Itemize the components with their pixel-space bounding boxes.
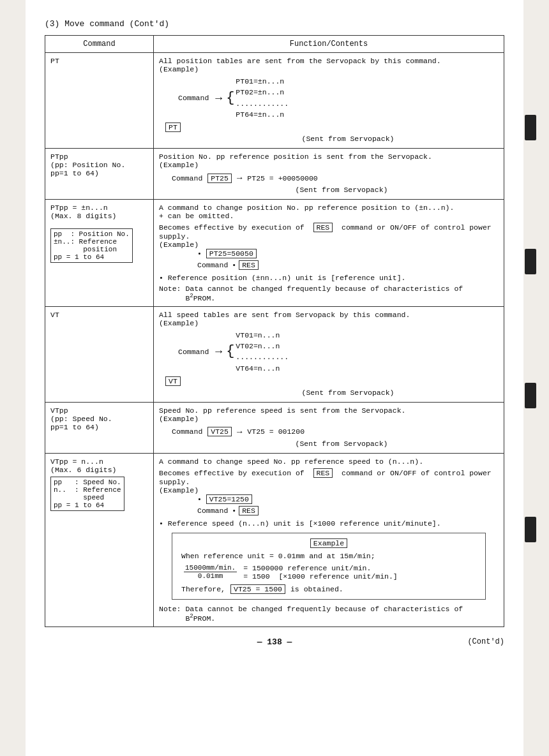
vtpp-frac-results: = 1500000 reference unit/min. = 1500 [×1… [243, 564, 398, 581]
vtpp-therefore-row: Therefore, VT25 = 1500 is obtained. [181, 584, 476, 594]
col-header-command: Command [45, 36, 154, 53]
ptpp-diagram: Command PT25 → PT25 = +00050000 [172, 173, 499, 183]
vt-cmd-word: Command [178, 348, 209, 356]
func-cell-PT: All position tables are sent from the Se… [154, 53, 504, 149]
vtpp-res-box: RES [313, 468, 333, 478]
vtpp-example-line1: When reference unit = 0.01mm and at 15m/… [181, 552, 476, 560]
page-number: — 138 — [198, 637, 351, 647]
col-header-function: Function/Contents [154, 36, 504, 53]
table-row: VT All speed tables are sent from Servop… [45, 306, 504, 402]
cmd-cell-PTpp-assign: PTpp = ±n...n (Max. 8 digits) pp : Posit… [45, 200, 154, 307]
pt-sent: (Sent from Servopack) [197, 135, 499, 143]
pt-example-label: (Example) [159, 65, 499, 73]
vt-description: All speed tables are sent from Servopack… [159, 311, 499, 319]
table-row: PTpp = ±n...n (Max. 8 digits) pp : Posit… [45, 200, 504, 307]
page-title: (3) Move command (Cont'd) [45, 19, 504, 29]
cmd-cell-VTpp: VTpp (pp: Speed No. pp=1 to 64) [45, 402, 154, 453]
ptpp-res-box: RES [313, 223, 333, 232]
cmd-cell-PT: PT [45, 53, 154, 149]
vtpp-example-box: Example When reference unit = 0.01mm and… [172, 533, 486, 600]
vt-brace-left: { [226, 345, 234, 359]
pt-outputs: PT01=±n...n PT02=±n...n ............ PT6… [236, 76, 289, 120]
ptpp-example-label: (Example) [159, 161, 499, 169]
vtpp-assign-example-label: (Example) [159, 486, 499, 494]
ptpp-assign-desc1: A command to change position No. pp refe… [159, 204, 499, 212]
vtpp-bullet2-box: RES [239, 506, 259, 515]
footer-cont: (Cont'd) [351, 637, 504, 646]
vt-outputs: VT01=n...n VT02=n...n ............ VT64=… [236, 330, 289, 374]
cmd-cell-VTpp-assign: VTpp = n...n (Max. 6 digits) pp : Speed … [45, 453, 154, 626]
vtpp-note1: • Reference speed (n...n) unit is [×1000… [159, 519, 499, 528]
table-row: VTpp = n...n (Max. 6 digits) pp : Speed … [45, 453, 504, 626]
cmd-cell-VT: VT [45, 306, 154, 402]
cmd-cell-PTpp: PTpp (pp: Position No. pp=1 to 64) [45, 149, 154, 200]
ptpp-assign-example: • PT25=50050 Command • RES [197, 249, 499, 270]
table-row: VTpp (pp: Speed No. pp=1 to 64) Speed No… [45, 402, 504, 453]
vtpp-assign-desc1: A command to change speed No. pp referen… [159, 457, 499, 466]
vtpp-example-label: (Example) [159, 415, 499, 423]
ptpp-sent: (Sent from Servopack) [184, 186, 499, 194]
ptpp-assign-desc2: + can be omitted. [159, 212, 499, 220]
vt-box: VT [165, 376, 181, 386]
page-footer: — 138 — (Cont'd) [45, 637, 504, 647]
vtpp-diagram: Command VT25 → VT25 = 001200 [172, 427, 499, 437]
vtpp-arrow: → [237, 427, 242, 437]
pt-arrow: → [215, 92, 222, 105]
ptpp-assign-example-label: (Example) [159, 241, 499, 249]
main-table: Command Function/Contents PT All positio… [45, 35, 504, 627]
vtpp-result-box: VT25 = 1500 [230, 584, 285, 594]
vtpp-result: VT25 = 001200 [247, 427, 305, 436]
vtpp-sent: (Sent from Servopack) [184, 440, 499, 448]
vtpp-fraction: 15000mm/min. 0.01mm [184, 564, 237, 580]
ptpp-bullet1-box: PT25=50050 [206, 249, 257, 258]
table-row: PT All position tables are sent from the… [45, 53, 504, 149]
ptpp-result: PT25 = +00050000 [247, 174, 317, 182]
pt-box: PT [165, 122, 181, 132]
pt-description: All position tables are sent from the Se… [159, 57, 499, 65]
vtpp-bullet1-box: VT25=1250 [206, 494, 252, 504]
ptpp-arrow: → [237, 173, 242, 183]
func-cell-PTpp: Position No. pp reference position is se… [154, 149, 504, 200]
func-cell-VT: All speed tables are sent from Servopack… [154, 306, 504, 402]
ptpp-bullet2-box: RES [239, 260, 259, 270]
pt-brace-left: { [226, 91, 234, 105]
func-cell-PTpp-assign: A command to change position No. pp refe… [154, 200, 504, 307]
ptpp-cmd-box: PT25 [207, 174, 232, 183]
ptpp-note2: Note: Data cannot be changed frequently … [159, 285, 499, 302]
vtpp-example-box-title: Example [181, 538, 476, 548]
ptpp-assign-effective: Becomes effective by execution of RES co… [159, 223, 499, 241]
pt-cmd-word: Command [178, 94, 209, 102]
vtpp-fraction-row: 15000mm/min. 0.01mm = 1500000 reference … [181, 564, 476, 581]
ptpp-description: Position No. pp reference position is se… [159, 152, 499, 161]
vt-sent: (Sent from Servopack) [197, 389, 499, 397]
ptpp-note1: • Reference position (±nn...n) unit is [… [159, 274, 499, 282]
vt-example-label: (Example) [159, 319, 499, 327]
vtpp-assign-example: • VT25=1250 Command • RES [197, 494, 499, 515]
vtpp-note2: Note: Data cannot be changed frequently … [159, 605, 499, 623]
table-row: PTpp (pp: Position No. pp=1 to 64) Posit… [45, 149, 504, 200]
ptpp-cmd-word: Command [172, 174, 202, 182]
vtpp-assign-effective: Becomes effective by execution of RES co… [159, 468, 499, 486]
vtpp-description: Speed No. pp reference speed is sent fro… [159, 406, 499, 415]
vtpp-cmd-box: VT25 [207, 427, 232, 436]
vt-arrow: → [215, 345, 222, 358]
func-cell-VTpp-assign: A command to change speed No. pp referen… [154, 453, 504, 626]
vtpp-cmd-word: Command [172, 427, 202, 436]
func-cell-VTpp: Speed No. pp reference speed is sent fro… [154, 402, 504, 453]
